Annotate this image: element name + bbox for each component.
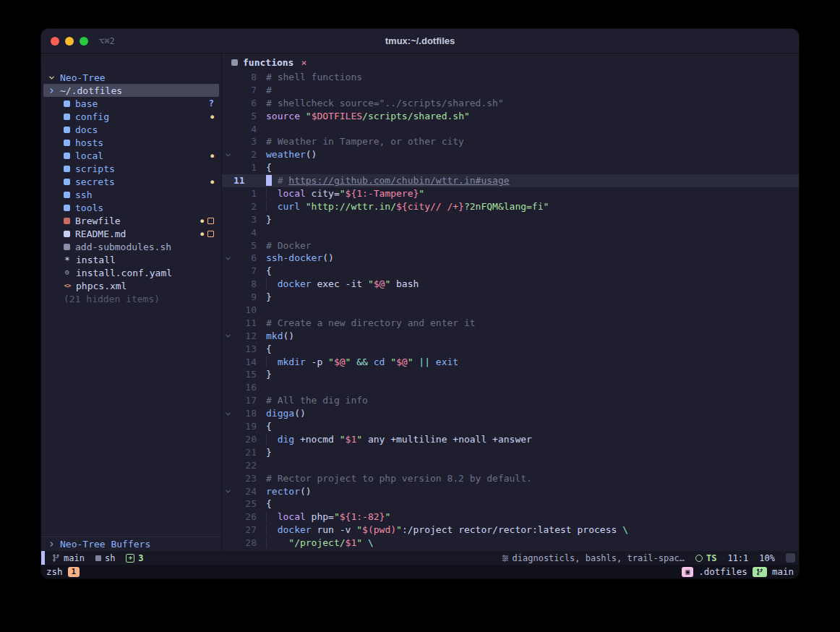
statusline-buffer-count: + 3 <box>126 553 143 563</box>
fold-column <box>222 304 233 317</box>
fold-open-icon[interactable] <box>222 148 233 161</box>
fold-column <box>222 278 233 291</box>
code-line[interactable]: 9} <box>222 291 799 304</box>
fold-open-icon[interactable] <box>222 407 233 420</box>
code-text: # shellcheck source="../scripts/shared.s… <box>266 97 504 110</box>
code-line[interactable]: 2weather() <box>222 148 799 161</box>
tree-item-label: README.md <box>75 229 126 239</box>
fold-open-icon[interactable] <box>222 330 233 343</box>
code-line[interactable]: 14▏ mkdir -p "$@" && cd "$@" || exit <box>222 356 799 369</box>
fold-column <box>222 226 233 239</box>
tab-functions[interactable]: functions × <box>231 57 307 68</box>
code-line[interactable]: 20▏ dig +nocmd "$1" any +multiline +noal… <box>222 433 799 446</box>
tree-item-README.md[interactable]: README.md● <box>41 227 221 240</box>
line-number: 13 <box>233 343 257 356</box>
fold-column <box>222 161 233 174</box>
code-line[interactable]: 6ssh-docker() <box>222 252 799 265</box>
code-line[interactable]: 13{ <box>222 343 799 356</box>
tree-item-label: add-submodules.sh <box>75 242 171 252</box>
tree-item-secrets[interactable]: secrets● <box>41 175 221 188</box>
statusline-git-branch: main <box>52 553 85 563</box>
chevron-right-icon <box>48 541 55 547</box>
cursor-position: 11:1 <box>727 553 748 563</box>
titlebar[interactable]: ⌥⌘2 tmux:~/.dotfiles <box>41 29 799 54</box>
fold-open-icon[interactable] <box>222 485 233 498</box>
tmux-window-index-badge[interactable]: 1 <box>68 567 80 577</box>
tree-item-tools[interactable]: tools <box>41 201 221 214</box>
code-line[interactable]: 23# Rector project to php version 8.2 by… <box>222 472 799 485</box>
code-line[interactable]: 4 <box>222 226 799 239</box>
neotree-buffers-header[interactable]: Neo-Tree Buffers <box>41 537 221 551</box>
code-line[interactable]: 7# <box>222 84 799 97</box>
code-line[interactable]: 11 # https://github.com/chubin/wttr.in#u… <box>222 174 799 187</box>
code-line[interactable]: 3} <box>222 213 799 226</box>
git-status-badges: ● <box>210 179 214 185</box>
tree-item-docs[interactable]: docs <box>41 123 221 136</box>
code-line[interactable]: 5# Docker <box>222 239 799 252</box>
code-line[interactable]: 19{ <box>222 420 799 433</box>
line-number: 4 <box>233 123 257 136</box>
tree-item-config[interactable]: config● <box>41 110 221 123</box>
code-line[interactable]: 25{ <box>222 498 799 511</box>
tree-item-ssh[interactable]: ssh <box>41 188 221 201</box>
fold-column <box>222 135 233 148</box>
close-window-button[interactable] <box>51 37 59 46</box>
code-line[interactable]: 21} <box>222 446 799 459</box>
code-line[interactable]: 24rector() <box>222 485 799 498</box>
code-line[interactable]: 4 <box>222 123 799 136</box>
tree-item-Brewfile[interactable]: Brewfile● <box>41 214 221 227</box>
fold-column <box>222 200 233 213</box>
line-number: 18 <box>233 407 257 420</box>
tree-item-base[interactable]: base? <box>41 97 221 110</box>
code-line[interactable]: 2▏ curl "http://wttr.in/${city// /+}?2nF… <box>222 200 799 213</box>
file-tree: Neo-Tree~/.dotfilesbase?config●docshosts… <box>41 54 221 537</box>
folder-icon <box>64 166 70 172</box>
code-line[interactable]: 17# All the dig info <box>222 394 799 407</box>
code-text: { <box>266 420 272 433</box>
tmux-window-name[interactable]: zsh <box>46 566 63 577</box>
code-text: rector() <box>266 485 312 498</box>
tree-item-label: docs <box>75 124 98 135</box>
tree-root[interactable]: ~/.dotfiles <box>43 84 219 97</box>
tree-item-add-submodules.sh[interactable]: add-submodules.sh <box>41 240 221 253</box>
tree-item-scripts[interactable]: scripts <box>41 162 221 175</box>
code-line[interactable]: 28▏ "/project/$1" \ <box>222 537 799 550</box>
git-modified-badge: ● <box>210 153 214 159</box>
code-buffer[interactable]: 8# shell functions7#6# shellcheck source… <box>222 71 799 551</box>
code-line[interactable]: 15} <box>222 368 799 381</box>
line-number: 21 <box>233 446 257 459</box>
code-line[interactable]: 1▏ local city="${1:-Tampere}" <box>222 187 799 200</box>
root-arrow-icon <box>48 87 55 94</box>
fold-open-icon[interactable] <box>222 252 233 265</box>
fold-column <box>222 472 233 485</box>
tree-item-local[interactable]: local● <box>41 149 221 162</box>
code-line[interactable]: 1{ <box>222 161 799 174</box>
treesitter-icon <box>695 555 703 562</box>
code-line[interactable]: 27▏ docker run -v "$(pwd)":/project rect… <box>222 524 799 537</box>
code-line[interactable]: 11# Create a new directory and enter it <box>222 317 799 330</box>
code-line[interactable]: 10 <box>222 304 799 317</box>
code-line[interactable]: 5source "$DOTFILES/scripts/shared.sh" <box>222 110 799 123</box>
code-line[interactable]: 26▏ local php="${1:-82}" <box>222 511 799 524</box>
tree-item-phpcs.xml[interactable]: <>phpcs.xml <box>41 279 221 292</box>
code-line[interactable]: 6# shellcheck source="../scripts/shared.… <box>222 97 799 110</box>
tree-item-install.conf.yaml[interactable]: ⚙install.conf.yaml <box>41 266 221 279</box>
code-line[interactable]: 16 <box>222 381 799 394</box>
zoom-window-button[interactable] <box>80 37 88 46</box>
code-line[interactable]: 7{ <box>222 265 799 278</box>
tab-close-icon[interactable]: × <box>301 57 307 68</box>
code-line[interactable]: 22 <box>222 459 799 472</box>
code-line[interactable]: 8# shell functions <box>222 71 799 84</box>
line-number: 11 <box>233 174 257 187</box>
tree-item-install[interactable]: *install <box>41 253 221 266</box>
fold-column <box>222 71 233 84</box>
hidden-items-note: (21 hidden items) <box>64 294 160 304</box>
tree-item-hosts[interactable]: hosts <box>41 136 221 149</box>
code-line[interactable]: 12mkd() <box>222 330 799 343</box>
minimize-window-button[interactable] <box>65 37 74 46</box>
line-number: 7 <box>233 84 257 97</box>
code-line[interactable]: 3# Weather in Tampere, or other city <box>222 135 799 148</box>
neotree-header[interactable]: Neo-Tree <box>41 71 221 84</box>
code-line[interactable]: 8▏ docker exec -it "$@" bash <box>222 278 799 291</box>
code-line[interactable]: 18digga() <box>222 407 799 420</box>
